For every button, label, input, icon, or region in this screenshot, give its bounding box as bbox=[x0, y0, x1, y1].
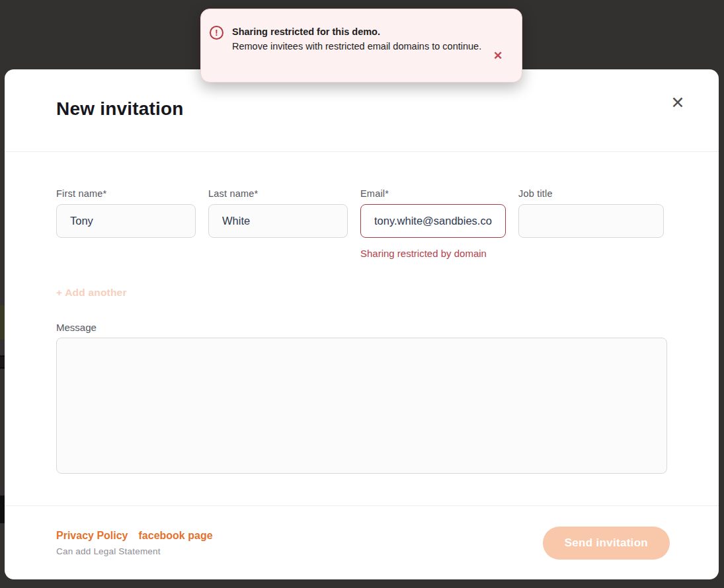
background-artifact bbox=[0, 496, 5, 523]
message-textarea[interactable] bbox=[56, 338, 667, 474]
toast-text: Sharing restricted for this demo. Remove… bbox=[232, 24, 485, 67]
footer-left: Privacy Policy facebook page Can add Leg… bbox=[56, 530, 213, 556]
page-title: New invitation bbox=[56, 98, 184, 120]
footer-links: Privacy Policy facebook page bbox=[56, 530, 213, 542]
facebook-page-link[interactable]: facebook page bbox=[139, 530, 213, 542]
toast-body: Remove invitees with restricted email do… bbox=[232, 41, 481, 52]
modal-footer: Privacy Policy facebook page Can add Leg… bbox=[5, 505, 719, 579]
privacy-policy-link[interactable]: Privacy Policy bbox=[56, 530, 128, 542]
toast-close-icon[interactable]: ✕ bbox=[489, 46, 507, 65]
close-icon[interactable]: ✕ bbox=[667, 92, 688, 113]
first-name-input[interactable] bbox=[56, 204, 196, 238]
last-name-label: Last name* bbox=[208, 188, 348, 199]
job-title-input[interactable] bbox=[518, 204, 664, 238]
new-invitation-modal: New invitation ✕ First name* Last name* … bbox=[5, 69, 719, 579]
email-error-text: Sharing restricted by domain bbox=[360, 248, 506, 259]
alert-circle-icon: ! bbox=[210, 26, 223, 40]
background-artifact bbox=[0, 305, 5, 340]
toast-title: Sharing restricted for this demo. bbox=[232, 26, 380, 37]
last-name-input[interactable] bbox=[208, 204, 348, 238]
email-field-group: Email* Sharing restricted by domain bbox=[360, 188, 506, 259]
background-artifact bbox=[0, 355, 5, 369]
job-title-label: Job title bbox=[518, 188, 664, 199]
send-invitation-button[interactable]: Send invitation bbox=[543, 527, 670, 560]
add-another-button[interactable]: + Add another bbox=[56, 287, 127, 299]
first-name-field-group: First name* bbox=[56, 188, 196, 238]
legal-note: Can add Legal Statement bbox=[56, 546, 213, 556]
modal-content: First name* Last name* Email* Sharing re… bbox=[5, 188, 719, 474]
email-label: Email* bbox=[360, 188, 506, 199]
invitee-fields-row: First name* Last name* Email* Sharing re… bbox=[56, 188, 667, 259]
first-name-label: First name* bbox=[56, 188, 196, 199]
email-field[interactable] bbox=[360, 204, 506, 238]
job-title-field-group: Job title bbox=[518, 188, 664, 238]
restriction-toast: ! Sharing restricted for this demo. Remo… bbox=[200, 9, 522, 83]
message-label: Message bbox=[56, 322, 667, 333]
last-name-field-group: Last name* bbox=[208, 188, 348, 238]
